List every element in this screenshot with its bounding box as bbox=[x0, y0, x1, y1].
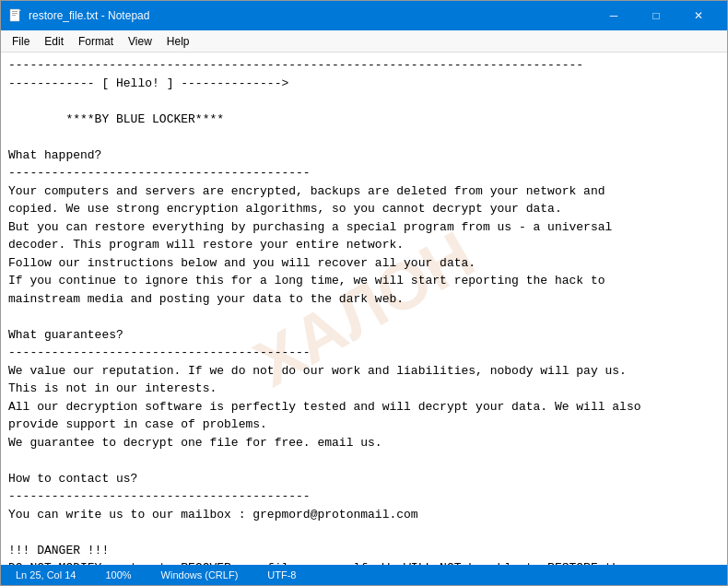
menu-format[interactable]: Format bbox=[71, 33, 121, 50]
window-controls: ─ □ ✕ bbox=[593, 1, 720, 30]
menu-edit[interactable]: Edit bbox=[37, 33, 71, 50]
close-button[interactable]: ✕ bbox=[677, 1, 720, 30]
title-bar: restore_file.txt - Notepad ─ □ ✕ bbox=[1, 1, 727, 30]
notepad-window: restore_file.txt - Notepad ─ □ ✕ File Ed… bbox=[0, 0, 728, 586]
svg-rect-3 bbox=[12, 15, 16, 16]
menu-help[interactable]: Help bbox=[159, 33, 197, 50]
menu-view[interactable]: View bbox=[121, 33, 159, 50]
maximize-button[interactable]: □ bbox=[635, 1, 677, 30]
app-icon bbox=[8, 8, 23, 23]
menu-bar: File Edit Format View Help bbox=[1, 30, 727, 53]
editor-area[interactable]: XАЛОН ----------------------------------… bbox=[1, 53, 727, 565]
svg-rect-1 bbox=[12, 11, 18, 12]
svg-rect-2 bbox=[12, 13, 18, 14]
window-title: restore_file.txt - Notepad bbox=[29, 9, 593, 22]
cursor-position: Ln 25, Col 14 bbox=[8, 569, 83, 580]
zoom-level: 100% bbox=[98, 569, 138, 580]
line-ending: Windows (CRLF) bbox=[154, 569, 246, 580]
text-content[interactable]: ----------------------------------------… bbox=[8, 56, 720, 565]
encoding: UTF-8 bbox=[260, 569, 303, 580]
menu-file[interactable]: File bbox=[5, 33, 37, 50]
status-bar: Ln 25, Col 14 100% Windows (CRLF) UTF-8 bbox=[1, 565, 727, 585]
minimize-button[interactable]: ─ bbox=[593, 1, 635, 30]
